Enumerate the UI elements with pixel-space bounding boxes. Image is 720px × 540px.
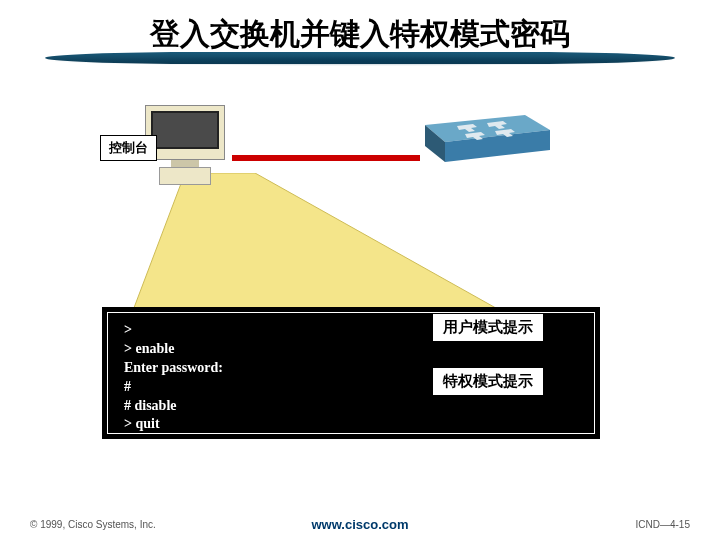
switch-device xyxy=(415,110,555,165)
annotation-priv-mode: 特权模式提示 xyxy=(432,367,544,396)
terminal-line: # disable xyxy=(124,397,578,416)
arrow-user-mode xyxy=(305,321,433,335)
monitor-screen xyxy=(151,111,219,149)
slide-title: 登入交换机并键入特权模式密码 xyxy=(150,14,570,55)
footer-url: www.cisco.com xyxy=(311,517,408,532)
copyright-text: © 1999, Cisco Systems, Inc. xyxy=(30,519,156,530)
monitor xyxy=(145,105,225,160)
svg-marker-8 xyxy=(305,321,433,335)
page-number: ICND—4-15 xyxy=(636,519,690,530)
console-cable xyxy=(232,155,420,161)
slide-footer: © 1999, Cisco Systems, Inc. www.cisco.co… xyxy=(30,519,690,530)
terminal-line: > quit xyxy=(124,415,578,434)
svg-marker-9 xyxy=(305,375,433,389)
annotation-user-mode: 用户模式提示 xyxy=(432,313,544,342)
arrow-priv-mode xyxy=(305,375,433,389)
console-label: 控制台 xyxy=(100,135,157,161)
monitor-base xyxy=(159,167,211,185)
slide-title-bar: 登入交换机并键入特权模式密码 xyxy=(45,10,675,58)
slide-body: 控制台 > > enable Enter password: # # disab… xyxy=(0,85,720,500)
terminal-line: > enable xyxy=(124,340,578,359)
